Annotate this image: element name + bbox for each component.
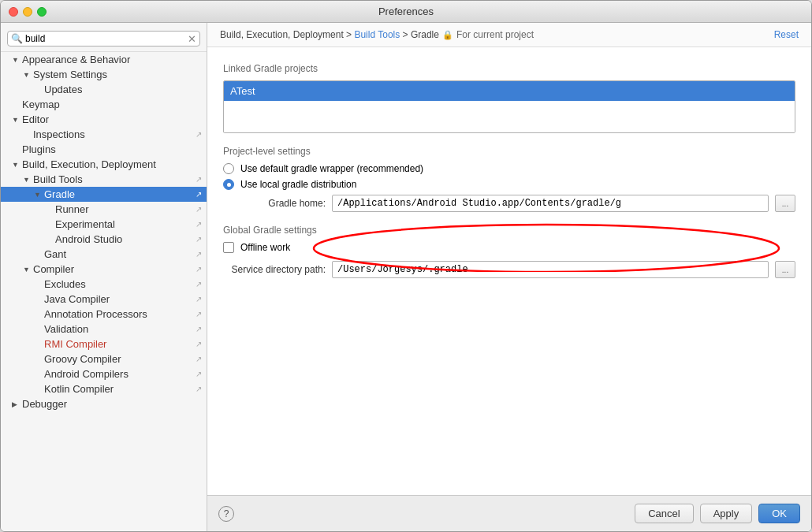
- reset-link[interactable]: Reset: [774, 29, 799, 40]
- gradle-home-input[interactable]: [332, 195, 769, 212]
- action-buttons: Cancel Apply OK: [635, 504, 800, 523]
- external-icon: ↗: [196, 355, 202, 363]
- apply-button[interactable]: Apply: [700, 504, 753, 523]
- gradle-home-label: Gradle home:: [223, 198, 326, 209]
- sidebar-item-android-studio[interactable]: Android Studio ↗: [1, 232, 207, 247]
- breadcrumb-text: Build, Execution, Deployment > Build Too…: [220, 29, 439, 40]
- gradle-home-browse-button[interactable]: ...: [775, 195, 795, 212]
- sidebar-item-rmi-compiler[interactable]: RMI Compiler ↗: [1, 337, 207, 352]
- breadcrumb-bar: Build, Execution, Deployment > Build Too…: [207, 23, 811, 47]
- sidebar-item-kotlin-compiler[interactable]: Kotlin Compiler ↗: [1, 381, 207, 396]
- linked-project-selected[interactable]: ATest: [224, 81, 795, 101]
- search-bar: 🔍 ✕: [1, 26, 207, 52]
- expand-arrow: ▼: [12, 56, 21, 64]
- settings-panel: Build, Execution, Deployment > Build Too…: [207, 23, 811, 531]
- radio-local-distribution-label: Use local gradle distribution: [240, 179, 356, 190]
- sidebar-item-editor[interactable]: ▼ Editor: [1, 112, 207, 127]
- titlebar: Preferences: [1, 1, 811, 23]
- external-icon: ↗: [196, 340, 202, 348]
- sidebar-item-validation[interactable]: Validation ↗: [1, 322, 207, 337]
- radio-option-default-wrapper[interactable]: Use default gradle wrapper (recommended): [223, 163, 795, 174]
- project-settings-title: Project-level settings: [223, 146, 795, 157]
- breadcrumb-path: Build, Execution, Deployment > Build Too…: [220, 29, 534, 40]
- sidebar-item-runner[interactable]: Runner ↗: [1, 202, 207, 217]
- sidebar-item-debugger[interactable]: ▶ Debugger: [1, 396, 207, 411]
- sidebar-item-compiler[interactable]: ▼ Compiler ↗: [1, 262, 207, 277]
- linked-project-empty: [224, 101, 795, 132]
- expand-arrow: ▶: [12, 400, 21, 408]
- cancel-button[interactable]: Cancel: [635, 504, 693, 523]
- expand-arrow: ▼: [23, 266, 32, 273]
- sidebar-item-java-compiler[interactable]: Java Compiler ↗: [1, 292, 207, 307]
- sidebar-item-experimental[interactable]: Experimental ↗: [1, 217, 207, 232]
- radio-option-local-distribution[interactable]: Use local gradle distribution: [223, 179, 795, 190]
- gradle-home-row: Gradle home: ...: [223, 195, 795, 212]
- search-wrapper: 🔍 ✕: [7, 31, 200, 47]
- search-input[interactable]: [25, 33, 188, 44]
- offline-work-label: Offline work: [240, 242, 290, 253]
- radio-local-distribution[interactable]: [223, 179, 234, 190]
- external-icon: ↗: [196, 265, 202, 273]
- sidebar-item-build-tools[interactable]: ▼ Build Tools ↗: [1, 172, 207, 187]
- sidebar: 🔍 ✕ ▼ Appearance & Behavior ▼ System Set…: [1, 23, 207, 531]
- service-directory-input[interactable]: [332, 261, 769, 278]
- sidebar-item-system-settings[interactable]: ▼ System Settings: [1, 67, 207, 82]
- expand-arrow: ▼: [12, 161, 21, 169]
- bottom-bar: ? Cancel Apply OK: [207, 495, 811, 531]
- global-gradle-settings: Global Gradle settings Offline work Serv…: [223, 225, 795, 278]
- radio-default-wrapper[interactable]: [223, 163, 234, 174]
- linked-projects-table: ATest: [223, 80, 795, 133]
- settings-content: Linked Gradle projects ATest Project-lev…: [207, 47, 811, 495]
- sidebar-item-build-execution[interactable]: ▼ Build, Execution, Deployment: [1, 157, 207, 172]
- external-icon: ↗: [196, 385, 202, 393]
- lock-icon: 🔒: [442, 30, 453, 40]
- sidebar-item-plugins[interactable]: Plugins: [1, 142, 207, 157]
- sidebar-item-groovy-compiler[interactable]: Groovy Compiler ↗: [1, 352, 207, 366]
- maximize-button[interactable]: [37, 7, 47, 17]
- external-icon: ↗: [196, 250, 202, 259]
- sidebar-item-updates[interactable]: Updates: [1, 82, 207, 97]
- external-icon: ↗: [196, 130, 202, 139]
- service-directory-row: Service directory path: ...: [223, 261, 795, 278]
- sidebar-item-excludes[interactable]: Excludes ↗: [1, 277, 207, 292]
- expand-arrow: ▼: [23, 71, 32, 79]
- window-controls: [9, 7, 47, 17]
- sidebar-item-android-compilers[interactable]: Android Compilers ↗: [1, 366, 207, 381]
- sidebar-item-gradle[interactable]: ▼ Gradle ↗: [1, 187, 207, 202]
- project-level-settings: Project-level settings Use default gradl…: [223, 146, 795, 212]
- sidebar-item-gant[interactable]: Gant ↗: [1, 247, 207, 262]
- external-icon: ↗: [196, 325, 202, 333]
- external-icon: ↗: [196, 190, 202, 199]
- external-icon: ↗: [196, 235, 202, 244]
- search-icon: 🔍: [11, 33, 23, 44]
- service-directory-browse-button[interactable]: ...: [775, 261, 795, 278]
- external-icon: ↗: [196, 370, 202, 378]
- linked-projects-title: Linked Gradle projects: [223, 63, 795, 74]
- settings-tree: ▼ Appearance & Behavior ▼ System Setting…: [1, 52, 207, 411]
- sidebar-item-keymap[interactable]: Keymap: [1, 97, 207, 112]
- global-settings-title: Global Gradle settings: [223, 225, 795, 236]
- search-clear-icon[interactable]: ✕: [188, 34, 196, 44]
- external-icon: ↗: [196, 280, 202, 288]
- project-label: For current project: [456, 29, 534, 40]
- external-icon: ↗: [196, 220, 202, 229]
- service-directory-label: Service directory path:: [223, 264, 326, 275]
- sidebar-item-inspections[interactable]: Inspections ↗: [1, 127, 207, 142]
- external-icon: ↗: [196, 205, 202, 214]
- sidebar-item-appearance[interactable]: ▼ Appearance & Behavior: [1, 52, 207, 67]
- minimize-button[interactable]: [23, 7, 32, 17]
- expand-arrow: ▼: [12, 116, 21, 124]
- help-button[interactable]: ?: [218, 506, 234, 522]
- external-icon: ↗: [196, 310, 202, 318]
- expand-arrow: ▼: [23, 176, 32, 184]
- offline-work-checkbox[interactable]: [223, 242, 234, 253]
- expand-arrow: ▼: [34, 191, 43, 199]
- offline-work-row[interactable]: Offline work: [223, 242, 795, 253]
- close-button[interactable]: [9, 7, 18, 17]
- window-title: Preferences: [378, 6, 434, 17]
- external-icon: ↗: [196, 175, 202, 184]
- external-icon: ↗: [196, 295, 202, 303]
- ok-button[interactable]: OK: [758, 504, 800, 523]
- radio-default-wrapper-label: Use default gradle wrapper (recommended): [240, 163, 423, 174]
- sidebar-item-annotation-processors[interactable]: Annotation Processors ↗: [1, 307, 207, 322]
